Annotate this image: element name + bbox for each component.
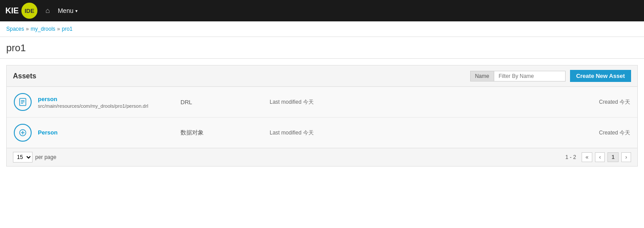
page-count: 1 - 2	[566, 154, 576, 160]
asset-list: person src/main/resources/com/my_drools/…	[7, 87, 637, 148]
asset-modified-Person: Last modified 今天	[270, 129, 541, 137]
menu-button[interactable]: Menu ▾	[58, 7, 78, 14]
breadcrumb-my-drools[interactable]: my_drools	[31, 26, 55, 32]
asset-created-person: Created 今天	[541, 98, 630, 106]
kie-logo: KIE IDE	[5, 3, 37, 19]
table-row: Person 数据对象 Last modified 今天 Created 今天	[7, 118, 637, 148]
breadcrumb-sep2: »	[57, 26, 60, 32]
top-navigation: KIE IDE ⌂ Menu ▾	[0, 0, 644, 21]
assets-title: Assets	[13, 72, 470, 80]
asset-icon-drl	[14, 93, 32, 111]
asset-info-person: person src/main/resources/com/my_drools/…	[38, 96, 180, 109]
page-title: pro1	[0, 37, 644, 59]
asset-modified-person: Last modified 今天	[270, 98, 541, 106]
breadcrumb-spaces[interactable]: Spaces	[6, 26, 24, 32]
svg-rect-2	[21, 102, 25, 102]
asset-created-Person: Created 今天	[541, 129, 630, 137]
ide-badge: IDE	[21, 3, 37, 19]
assets-panel: Assets Name Create New Asset	[6, 65, 638, 167]
pagination-first-button[interactable]: «	[582, 152, 593, 162]
asset-icon-dataobj	[14, 124, 32, 142]
filter-input[interactable]	[494, 71, 566, 81]
asset-type-dataobj: 数据对象	[180, 129, 270, 137]
pagination-next-button[interactable]: ›	[621, 152, 631, 162]
svg-rect-1	[21, 100, 25, 101]
table-row: person src/main/resources/com/my_drools/…	[7, 87, 637, 118]
breadcrumb-current[interactable]: pro1	[62, 26, 73, 32]
main-content: Assets Name Create New Asset	[0, 59, 644, 173]
breadcrumb: Spaces » my_drools » pro1	[0, 21, 644, 37]
menu-label: Menu	[58, 7, 74, 14]
home-icon[interactable]: ⌂	[42, 7, 53, 15]
per-page-label: per page	[35, 154, 56, 160]
asset-name-person[interactable]: person	[38, 96, 180, 102]
asset-type-drl: DRL	[180, 99, 270, 106]
asset-info-Person: Person	[38, 129, 180, 137]
per-page-select[interactable]: 5 10 15 20 50	[13, 152, 33, 163]
create-new-asset-button[interactable]: Create New Asset	[570, 70, 631, 82]
pagination-bar: 5 10 15 20 50 per page 1 - 2 « ‹ 1 ›	[7, 148, 637, 166]
filter-group: Name	[470, 71, 566, 81]
asset-name-Person[interactable]: Person	[38, 129, 180, 136]
menu-arrow-icon: ▾	[75, 8, 78, 13]
assets-header: Assets Name Create New Asset	[7, 65, 637, 87]
asset-path-person: src/main/resources/com/my_drools/pro1/pe…	[38, 103, 180, 109]
svg-rect-3	[21, 103, 23, 104]
pagination-prev-button[interactable]: ‹	[595, 152, 605, 162]
pagination-page-1-button[interactable]: 1	[607, 152, 619, 162]
breadcrumb-sep1: »	[26, 26, 29, 32]
kie-text: KIE	[5, 6, 19, 16]
filter-label: Name	[470, 71, 494, 81]
